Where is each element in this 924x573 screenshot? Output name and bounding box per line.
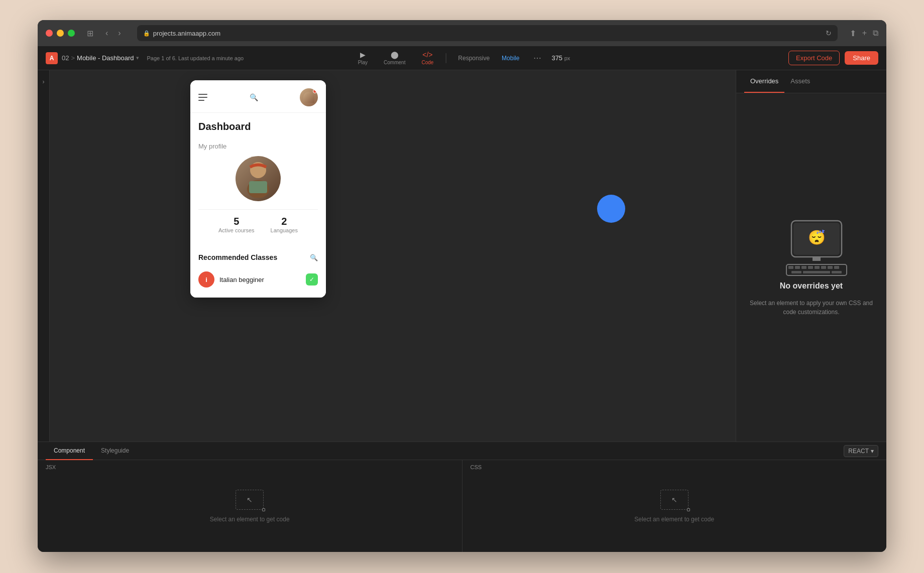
comment-label: Comment [384,60,405,65]
sidebar-toggle[interactable]: › [38,70,50,442]
svg-rect-17 [803,271,830,273]
browser-actions: ⬆ + ⧉ [850,29,878,38]
sidebar-toggle-browser[interactable]: ⊞ [85,27,95,40]
avatar-notification-dot [313,89,317,93]
languages-value: 2 [271,216,298,227]
toolbar-right: Export Code Share [788,51,878,65]
px-value: 375 px [551,54,570,62]
tabs-icon[interactable]: ⧉ [873,29,878,38]
view-options: Responsive Mobile [454,53,523,64]
active-courses-value: 5 [218,216,255,227]
refresh-button[interactable]: ↻ [826,29,832,37]
project-subtitle: Page 1 of 6. Last updated a minute ago [147,55,244,61]
select-handle-css [687,508,690,511]
svg-rect-15 [834,266,839,269]
hamburger-line-1 [198,94,207,95]
profile-section: My profile [190,138,326,247]
class-check-0[interactable]: ✓ [306,273,318,285]
profile-avatar-large [236,156,281,201]
jsx-pane-body: ↖ Select an element to get code [38,460,462,552]
svg-rect-14 [828,266,833,269]
no-overrides-title: No overrides yet [780,281,843,291]
export-code-button[interactable]: Export Code [788,51,840,65]
jsx-select-prompt: Select an element to get code [210,516,290,523]
class-item-0: i Italian begginer ✓ [198,267,318,292]
comment-icon: ⬤ [391,51,399,59]
toolbar-center: ▶ Play ⬤ Comment </> Code Responsive Mob… [354,49,570,67]
svg-rect-10 [801,266,806,269]
breadcrumb: 02 > Mobile - Dashboard ▾ [62,54,139,62]
project-chevron[interactable]: ▾ [136,55,139,61]
mobile-header: 🔍 [190,80,326,113]
browser-window: ⊞ ‹ › 🔒 projects.animaapp.com ↻ ⬆ + ⧉ A … [38,20,886,552]
mobile-view-btn[interactable]: Mobile [498,53,523,64]
svg-rect-9 [795,266,800,269]
logo-text: A [50,55,54,62]
more-button[interactable]: ⋯ [531,53,543,63]
css-label: CSS [471,464,482,470]
rec-search-icon[interactable]: 🔍 [310,254,318,261]
languages-label: Languages [271,227,298,233]
framework-selector[interactable]: REACT ▾ [844,445,878,457]
play-tool[interactable]: ▶ Play [354,49,372,67]
lock-icon: 🔒 [143,30,150,37]
breadcrumb-num: 02 [62,54,69,62]
browser-window-controls: ⊞ [85,27,95,40]
responsive-view-btn[interactable]: Responsive [454,53,494,64]
cursor-icon-css: ↖ [671,496,677,504]
app-toolbar: A 02 > Mobile - Dashboard ▾ Page 1 of 6.… [38,46,886,70]
tab-assets[interactable]: Assets [784,70,816,93]
framework-label: REACT [848,448,869,455]
css-select-box: ↖ [660,490,688,510]
tab-overrides[interactable]: Overrides [744,70,784,93]
hamburger-line-2 [198,97,207,98]
share-button[interactable]: Share [845,51,878,65]
traffic-light-green[interactable] [68,30,75,37]
px-number: 375 [551,54,562,62]
jsx-label: JSX [46,464,56,470]
comment-tool[interactable]: ⬤ Comment [380,49,409,67]
code-tool[interactable]: </> Code [417,49,437,67]
avatar-figure [303,92,314,103]
traffic-lights [46,30,75,37]
recommended-title: Recommended Classes [198,253,277,261]
cursor-icon-jsx: ↖ [247,496,253,504]
svg-text:😴: 😴 [807,229,825,246]
svg-rect-6 [813,257,821,261]
share-browser-icon[interactable]: ⬆ [850,29,856,38]
bottom-panel: Component Styleguide REACT ▾ JSX ↖ [38,442,886,552]
new-tab-icon[interactable]: + [862,29,867,38]
forward-button[interactable]: › [114,27,125,40]
recommended-section: Recommended Classes 🔍 i Italian begginer… [190,247,326,298]
px-unit: px [564,55,570,61]
profile-figure-svg [243,160,273,198]
css-pane: CSS ↖ Select an element to get code [463,460,887,552]
svg-rect-16 [791,271,801,273]
active-courses-stat: 5 Active courses [218,216,255,233]
tab-component[interactable]: Component [46,442,93,460]
mobile-avatar[interactable] [300,88,318,106]
address-bar[interactable]: 🔒 projects.animaapp.com ↻ [137,25,838,41]
back-button[interactable]: ‹ [101,27,112,40]
css-pane-body: ↖ Select an element to get code [463,460,887,552]
hamburger-icon[interactable] [198,94,207,101]
framework-select-btn[interactable]: REACT ▾ [844,445,878,457]
tab-styleguide[interactable]: Styleguide [93,442,137,460]
dashboard-title: Dashboard [190,113,326,138]
blue-floating-dot [597,195,625,223]
code-icon: </> [422,51,432,59]
url-text: projects.animaapp.com [153,30,220,37]
play-icon: ▶ [360,51,366,59]
svg-rect-11 [808,266,813,269]
recommended-header: Recommended Classes 🔍 [198,253,318,261]
anima-logo: A [46,52,58,64]
mobile-search-icon[interactable]: 🔍 [250,93,258,101]
traffic-light-yellow[interactable] [57,30,64,37]
workspace: › 🔍 [38,70,886,442]
svg-rect-2 [249,181,267,193]
class-icon-0: i [198,271,214,288]
traffic-light-red[interactable] [46,30,53,37]
svg-rect-8 [788,266,793,269]
browser-nav: ‹ › [101,27,125,40]
bottom-code-panels: JSX ↖ Select an element to get code CSS [38,460,886,552]
